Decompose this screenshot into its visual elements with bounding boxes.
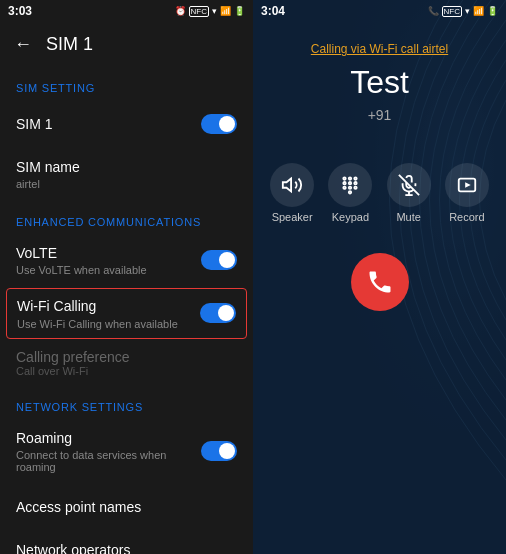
record-button[interactable]: Record (445, 163, 489, 223)
nfc-icon: NFC (189, 6, 209, 17)
right-panel: 3:04 📞 NFC ▾ 📶 🔋 Calling via Wi-Fi call … (253, 0, 506, 554)
record-icon-container (445, 163, 489, 207)
setting-roaming-title: Roaming (16, 429, 201, 447)
setting-volte-subtitle: Use VoLTE when available (16, 264, 147, 276)
svg-point-7 (355, 182, 357, 184)
calling-pref-subtitle: Call over Wi-Fi (16, 365, 237, 377)
nfc-icon-right: NFC (442, 6, 462, 17)
alarm-icon: ⏰ (175, 6, 186, 16)
speaker-button[interactable]: Speaker (270, 163, 314, 223)
svg-point-8 (344, 187, 346, 189)
svg-point-6 (349, 182, 351, 184)
mute-button[interactable]: Mute (387, 163, 431, 223)
svg-point-2 (344, 177, 346, 179)
mute-icon (398, 174, 420, 196)
svg-point-10 (355, 187, 357, 189)
setting-apn[interactable]: Access point names (0, 483, 253, 531)
setting-apn-title: Access point names (16, 498, 141, 516)
setting-apn-text: Access point names (16, 498, 141, 516)
setting-roaming[interactable]: Roaming Connect to data services when ro… (0, 419, 253, 483)
wifi-right: ▾ (465, 6, 470, 16)
status-icons-left: ⏰ NFC ▾ 📶 🔋 (175, 6, 245, 17)
calling-pref-title: Calling preference (16, 349, 237, 365)
setting-network-text: Network operators Choose a network opera… (16, 541, 149, 554)
svg-point-9 (349, 187, 351, 189)
call-content: Calling via Wi-Fi call airtel Test +91 S… (253, 22, 506, 554)
page-title: SIM 1 (46, 34, 93, 55)
toggle-wifi-calling[interactable] (200, 303, 236, 323)
toggle-roaming[interactable] (201, 441, 237, 461)
wifi-icon: ▾ (212, 6, 217, 16)
setting-sim1-title: SIM 1 (16, 115, 53, 133)
time-left: 3:03 (8, 4, 32, 18)
section-header-sim: SIM SETTING (0, 66, 253, 100)
svg-point-11 (349, 191, 351, 193)
setting-wifi-calling[interactable]: Wi-Fi Calling Use Wi-Fi Calling when ava… (6, 288, 247, 338)
section-header-network: NETWORK SETTINGS (0, 385, 253, 419)
time-right: 3:04 (261, 4, 285, 18)
svg-point-5 (344, 182, 346, 184)
mute-icon-container (387, 163, 431, 207)
top-bar-left: ← SIM 1 (0, 22, 253, 66)
svg-point-3 (349, 177, 351, 179)
status-bar-left: 3:03 ⏰ NFC ▾ 📶 🔋 (0, 0, 253, 22)
back-button[interactable]: ← (14, 34, 32, 55)
setting-calling-pref: Calling preference Call over Wi-Fi (0, 341, 253, 385)
call-name: Test (350, 64, 409, 101)
call-number: +91 (368, 107, 392, 123)
setting-simname-subtitle: airtel (16, 178, 80, 190)
end-call-button[interactable] (351, 253, 409, 311)
end-call-container (351, 253, 409, 311)
section-header-enhanced: ENHANCED COMMUNICATIONS (0, 200, 253, 234)
status-icons-right: 📞 NFC ▾ 📶 🔋 (428, 6, 498, 17)
keypad-icon-container (328, 163, 372, 207)
calling-via-label: Calling via Wi-Fi call airtel (311, 42, 448, 56)
setting-wifi-text: Wi-Fi Calling Use Wi-Fi Calling when ava… (17, 297, 178, 329)
setting-wifi-subtitle: Use Wi-Fi Calling when available (17, 318, 178, 330)
setting-network-title: Network operators (16, 541, 149, 554)
setting-simname-title: SIM name (16, 158, 80, 176)
speaker-icon (281, 174, 303, 196)
call-icon-right: 📞 (428, 6, 439, 16)
speaker-label: Speaker (272, 211, 313, 223)
record-label: Record (449, 211, 484, 223)
toggle-sim1[interactable] (201, 114, 237, 134)
settings-content: SIM SETTING SIM 1 SIM name airtel ENHANC… (0, 66, 253, 554)
setting-simname-text: SIM name airtel (16, 158, 80, 190)
record-icon (456, 174, 478, 196)
signal-icon: 📶 (220, 6, 231, 16)
status-bar-right: 3:04 📞 NFC ▾ 📶 🔋 (253, 0, 506, 22)
setting-simname[interactable]: SIM name airtel (0, 148, 253, 200)
setting-network-operators[interactable]: Network operators Choose a network opera… (0, 531, 253, 554)
svg-point-4 (355, 177, 357, 179)
svg-marker-1 (283, 179, 291, 192)
setting-sim1[interactable]: SIM 1 (0, 100, 253, 148)
keypad-icon (339, 174, 361, 196)
left-panel: 3:03 ⏰ NFC ▾ 📶 🔋 ← SIM 1 SIM SETTING SIM… (0, 0, 253, 554)
svg-marker-16 (465, 182, 471, 188)
setting-volte-text: VoLTE Use VoLTE when available (16, 244, 147, 276)
setting-roaming-text: Roaming Connect to data services when ro… (16, 429, 201, 473)
mute-label: Mute (396, 211, 420, 223)
setting-volte-title: VoLTE (16, 244, 147, 262)
keypad-button[interactable]: Keypad (328, 163, 372, 223)
battery-right: 🔋 (487, 6, 498, 16)
call-buttons-row: Speaker (253, 163, 506, 223)
setting-volte[interactable]: VoLTE Use VoLTE when available (0, 234, 253, 286)
battery-icon: 🔋 (234, 6, 245, 16)
signal-right: 📶 (473, 6, 484, 16)
setting-sim1-text: SIM 1 (16, 115, 53, 133)
toggle-volte[interactable] (201, 250, 237, 270)
keypad-label: Keypad (332, 211, 369, 223)
speaker-icon-container (270, 163, 314, 207)
setting-wifi-title: Wi-Fi Calling (17, 297, 178, 315)
setting-roaming-subtitle: Connect to data services when roaming (16, 449, 201, 473)
end-call-icon (366, 268, 394, 296)
